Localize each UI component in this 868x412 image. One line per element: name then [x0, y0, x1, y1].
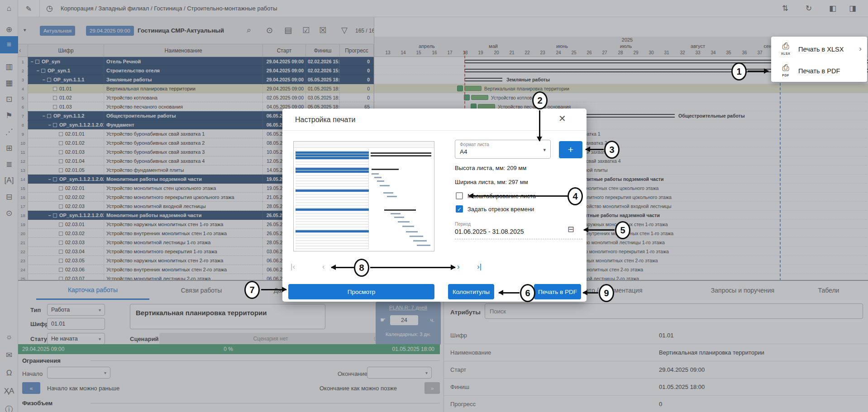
print-menu-item[interactable]: ⎙PDF Печать в PDF [771, 60, 867, 83]
annotation-arrow [748, 71, 768, 72]
sheet-width-text: Ширина листа, мм: 297 мм [455, 179, 528, 185]
print-preview [293, 141, 434, 251]
print-menu-item[interactable]: ⎙XLSX Печать в XLSX › [771, 38, 867, 61]
annotation-circle: 6 [520, 284, 535, 302]
annotation-arrow [469, 195, 568, 197]
app-root: ⌂ ⊕ ≡ ▥ ▦ ⊡ ⚑ ⋰ ⊞ ≣ [A] ⊟ ⊙ ☼ ✉ Ω [0, 0, 868, 412]
chevron-right-icon: › [859, 44, 862, 53]
printer-icon: ⎙XLSX [779, 42, 792, 58]
annotation-arrow [499, 292, 520, 294]
close-icon[interactable]: ✕ [558, 113, 566, 124]
checkbox-checked-icon: ✓ [456, 205, 463, 213]
page-next-button[interactable]: › [457, 262, 460, 271]
time-range-checkbox[interactable]: ✓ Задать отрезок времени [456, 205, 534, 213]
annotation-arrow [586, 149, 604, 150]
add-format-button[interactable]: + [559, 141, 582, 158]
chevron-down-icon: ▾ [543, 147, 546, 153]
sheet-format-select[interactable]: Формат листа A4 ▾ [455, 140, 551, 159]
page-first-button[interactable]: |‹ [291, 262, 295, 271]
annotation-circle: 2 [532, 91, 548, 109]
period-label: Период [455, 222, 471, 227]
calendar-icon[interactable]: ⊟ [568, 224, 574, 234]
annotation-arrow [539, 110, 540, 141]
checkbox-unchecked-icon [456, 192, 463, 199]
dialog-title: Настройка печати [295, 116, 355, 124]
annotation-arrow [261, 289, 286, 290]
annotation-arrow [583, 292, 598, 294]
headers-footers-button[interactable]: Колонтитулы [448, 284, 494, 299]
preview-button[interactable]: Просмотр [288, 284, 434, 299]
annotation-circle: 5 [615, 221, 630, 239]
page-last-button[interactable]: ›| [477, 262, 482, 271]
annotation-circle: 4 [568, 187, 583, 205]
period-value[interactable]: 01.06.2025 - 31.08.2025 [455, 228, 524, 235]
annotation-arrow [370, 267, 455, 268]
printer-icon: ⎙PDF [779, 63, 792, 80]
annotation-arrow [584, 229, 615, 231]
print-menu: ⎙XLSX Печать в XLSX › ⎙PDF Печать в PDF [771, 37, 867, 82]
annotation-circle: 9 [599, 284, 614, 302]
annotation-circle: 1 [731, 62, 747, 81]
page-prev-button[interactable]: ‹ [322, 262, 325, 271]
annotation-circle: 8 [354, 259, 369, 277]
print-pdf-button[interactable]: Печать в PDF [534, 284, 581, 299]
annotation-circle: 7 [244, 281, 260, 299]
sheet-height-text: Высота листа, мм: 209 мм [455, 165, 526, 171]
annotation-circle: 3 [604, 141, 620, 159]
annotation-arrow [331, 267, 354, 268]
